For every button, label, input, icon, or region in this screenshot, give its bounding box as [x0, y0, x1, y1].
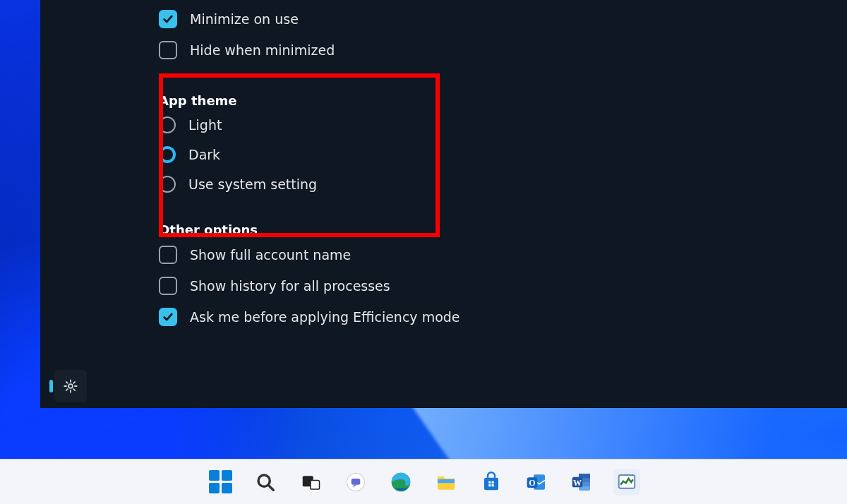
- svg-rect-4: [311, 480, 320, 489]
- checkmark-icon: [162, 311, 174, 323]
- edge-icon: [390, 471, 412, 493]
- theme-light-radio[interactable]: [159, 116, 176, 133]
- minimize-on-use-checkbox[interactable]: [159, 10, 177, 28]
- theme-system-label: Use system setting: [188, 176, 317, 192]
- taskbar-store-button[interactable]: [478, 469, 505, 496]
- svg-rect-10: [488, 481, 491, 483]
- windows-start-icon: [209, 470, 232, 493]
- svg-line-2: [268, 485, 273, 490]
- app-theme-heading: App theme: [159, 93, 847, 108]
- taskbar: O W: [0, 459, 847, 504]
- svg-rect-9: [484, 477, 498, 490]
- svg-rect-6: [352, 479, 361, 485]
- svg-rect-12: [488, 484, 491, 486]
- show-history-all-processes-label: Show history for all processes: [190, 278, 390, 294]
- chat-icon: [345, 472, 366, 493]
- outlook-icon: O: [525, 471, 548, 493]
- svg-rect-11: [492, 481, 494, 483]
- theme-dark-label: Dark: [188, 147, 220, 162]
- store-icon: [481, 472, 502, 493]
- other-options-heading: Other options: [159, 222, 847, 237]
- taskbar-outlook-button[interactable]: O: [523, 469, 550, 496]
- theme-light-label: Light: [188, 117, 222, 133]
- settings-window: Minimize on use Hide when minimized App …: [40, 0, 847, 408]
- hide-when-minimized-checkbox[interactable]: [159, 41, 177, 59]
- checkmark-icon: [162, 13, 174, 25]
- svg-rect-13: [492, 484, 494, 486]
- taskbar-chat-button[interactable]: [342, 469, 369, 496]
- task-view-icon: [300, 472, 321, 493]
- taskbar-start-button[interactable]: [207, 469, 234, 496]
- taskbar-file-explorer-button[interactable]: [433, 469, 459, 496]
- show-full-account-name-checkbox[interactable]: [159, 246, 177, 264]
- word-icon: W: [570, 471, 593, 493]
- hide-when-minimized-label: Hide when minimized: [190, 42, 335, 58]
- folder-icon: [435, 471, 457, 493]
- svg-rect-8: [438, 479, 455, 483]
- theme-system-radio[interactable]: [159, 176, 176, 193]
- svg-text:O: O: [529, 478, 535, 488]
- task-manager-icon: [616, 472, 637, 493]
- window-behavior-group: Minimize on use Hide when minimized: [159, 0, 847, 59]
- taskbar-word-button[interactable]: W: [568, 469, 595, 496]
- search-icon: [255, 472, 276, 493]
- taskbar-edge-button[interactable]: [388, 469, 414, 496]
- taskbar-search-button[interactable]: [252, 469, 279, 496]
- app-theme-group: App theme Light Dark Use system setting: [159, 72, 847, 212]
- taskbar-task-manager-button[interactable]: [613, 469, 640, 496]
- other-options-group: Other options Show full account name Sho…: [159, 222, 847, 326]
- show-history-all-processes-checkbox[interactable]: [159, 277, 177, 295]
- theme-dark-radio[interactable]: [159, 146, 176, 163]
- ask-before-efficiency-checkbox[interactable]: [159, 308, 177, 326]
- taskbar-task-view-button[interactable]: [297, 469, 324, 496]
- ask-before-efficiency-label: Ask me before applying Efficiency mode: [190, 309, 460, 325]
- show-full-account-name-label: Show full account name: [190, 247, 351, 263]
- svg-text:W: W: [573, 477, 582, 487]
- minimize-on-use-label: Minimize on use: [190, 11, 299, 27]
